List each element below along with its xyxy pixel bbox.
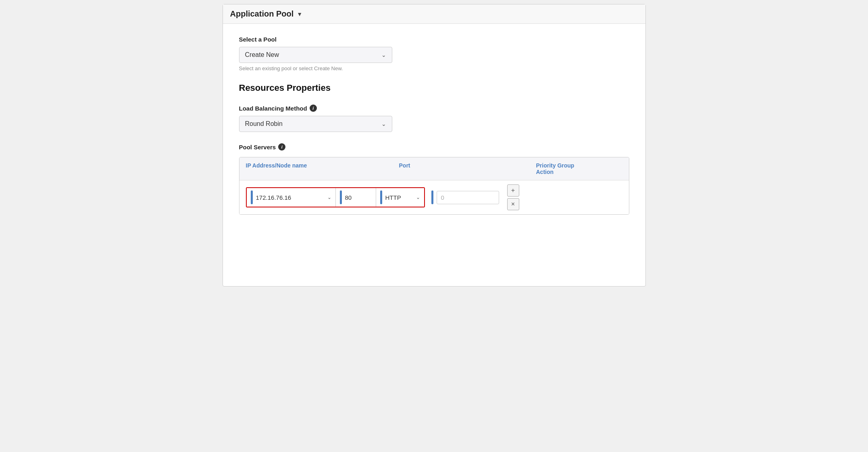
- panel-header: Application Pool ▼: [223, 4, 645, 24]
- select-pool-hint: Select an existing pool or select Create…: [239, 65, 629, 71]
- action-group: + ×: [507, 184, 519, 210]
- ip-port-protocol-group: 172.16.76.16 ⌄ 80 HTTP ⌄: [246, 187, 425, 207]
- load-balancing-section: Load Balancing Method i Round Robin ⌄: [239, 105, 629, 132]
- select-pool-dropdown[interactable]: Create New ⌄: [239, 47, 392, 63]
- priority-input[interactable]: [437, 191, 499, 204]
- panel-title: Application Pool: [230, 9, 294, 19]
- add-server-button[interactable]: +: [507, 184, 519, 197]
- load-balancing-label: Load Balancing Method i: [239, 105, 629, 112]
- priority-group: [431, 190, 499, 204]
- protocol-blue-bar: [380, 190, 382, 204]
- load-balancing-info-icon[interactable]: i: [310, 105, 317, 112]
- select-pool-value: Create New: [245, 51, 279, 59]
- col-header-action: Action: [536, 169, 554, 175]
- remove-server-button[interactable]: ×: [507, 198, 519, 210]
- port-blue-bar: [340, 190, 342, 204]
- pool-servers-table: IP Address/Node name Port Priority Group…: [239, 157, 629, 215]
- table-row: 172.16.76.16 ⌄ 80 HTTP ⌄: [239, 180, 629, 214]
- select-pool-chevron-icon: ⌄: [381, 52, 386, 58]
- pool-servers-section: Pool Servers i IP Address/Node name Port…: [239, 143, 629, 215]
- pool-servers-info-icon[interactable]: i: [278, 143, 285, 151]
- application-pool-panel: Application Pool ▼ Select a Pool Create …: [223, 4, 646, 287]
- protocol-cell: HTTP ⌄: [376, 188, 424, 207]
- priority-blue-bar: [431, 190, 433, 204]
- panel-collapse-icon[interactable]: ▼: [297, 11, 302, 17]
- ip-blue-bar: [251, 190, 253, 204]
- pool-servers-label: Pool Servers i: [239, 143, 629, 151]
- col-header-priority: Priority Group Action: [536, 162, 609, 175]
- resources-title: Resources Properties: [239, 83, 629, 93]
- protocol-chevron-icon[interactable]: ⌄: [416, 195, 420, 200]
- load-balancing-dropdown[interactable]: Round Robin ⌄: [239, 116, 392, 132]
- ip-value: 172.16.76.16: [256, 194, 324, 201]
- col-header-ip: IP Address/Node name: [246, 162, 399, 175]
- load-balancing-chevron-icon: ⌄: [381, 121, 386, 127]
- table-header-row: IP Address/Node name Port Priority Group…: [239, 157, 629, 180]
- ip-chevron-icon[interactable]: ⌄: [327, 195, 331, 200]
- col-header-protocol: [488, 162, 536, 175]
- ip-cell: 172.16.76.16 ⌄: [247, 188, 335, 207]
- col-header-port: Port: [399, 162, 488, 175]
- load-balancing-value: Round Robin: [245, 120, 283, 128]
- protocol-value: HTTP: [385, 194, 413, 201]
- port-value: 80: [345, 194, 352, 201]
- panel-body: Select a Pool Create New ⌄ Select an exi…: [223, 24, 645, 227]
- select-pool-label: Select a Pool: [239, 36, 629, 43]
- select-pool-section: Select a Pool Create New ⌄ Select an exi…: [239, 36, 629, 71]
- port-cell: 80: [335, 188, 376, 207]
